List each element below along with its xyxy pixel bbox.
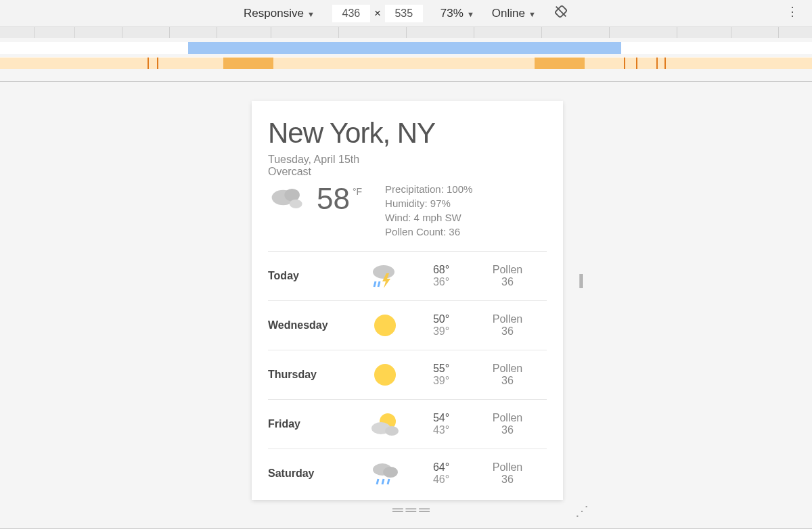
svg-point-4 [290,200,302,208]
device-toolbar: Responsive ▼ 436 × 535 73% ▼ Online ▼ ⋮ [0,0,812,27]
svg-line-17 [382,479,384,484]
high-temp: 64° [414,461,468,474]
svg-point-13 [385,426,399,436]
more-options-icon[interactable]: ⋮ [786,5,798,18]
location-title: New York, NY [268,117,547,150]
chevron-down-icon: ▼ [465,10,474,18]
chevron-down-icon: ▼ [305,10,315,18]
date-label: Tuesday, April 15th [268,154,547,166]
high-temp: 50° [414,313,468,325]
forecast-temps: 55°39° [414,363,468,387]
width-input[interactable]: 436 [332,5,370,22]
forecast-day: Saturday [268,467,356,480]
svg-line-18 [388,479,389,484]
breakpoint-bar[interactable] [0,57,812,69]
condition-label: Overcast [268,166,547,178]
ruler-bar [0,27,812,38]
svg-point-3 [284,189,300,202]
forecast-temps: 64°46° [414,461,468,486]
svg-point-9 [374,315,396,336]
low-temp: 39° [414,375,468,387]
low-temp: 43° [414,424,468,436]
forecast-row[interactable]: Today68°36°Pollen36 [268,251,547,300]
temp-unit: °F [353,186,362,197]
forecast-pollen: Pollen36 [468,461,547,486]
forecast-day: Today [268,270,356,282]
wind-label: Wind: 4 mph SW [385,210,472,225]
overcast-icon [268,182,309,216]
forecast-pollen: Pollen36 [468,264,547,288]
svg-line-16 [377,479,378,484]
forecast-list: Today68°36°Pollen36Wednesday50°39°Pollen… [268,251,547,498]
forecast-row[interactable]: Thursday55°39°Pollen36 [268,350,547,399]
selection-bar[interactable] [0,42,812,54]
weather-card: New York, NY Tuesday, April 15th Overcas… [252,101,563,500]
high-temp: 55° [414,363,468,375]
forecast-day: Thursday [268,369,356,381]
low-temp: 46° [414,474,468,486]
current-temp: 58 [317,182,350,216]
pollen-label: Pollen Count: 36 [385,225,472,239]
chevron-down-icon: ▼ [526,10,536,18]
resize-handle-bottom[interactable]: ═══ [392,501,432,519]
high-temp: 68° [414,264,468,276]
current-conditions: 58 °F Precipitation: 100% Humidity: 97% … [268,182,547,239]
forecast-row[interactable]: Saturday64°46°Pollen36 [268,448,547,498]
forecast-temps: 54°43° [414,412,468,436]
svg-line-8 [378,281,380,287]
forecast-pollen: Pollen36 [468,313,547,338]
forecast-day: Wednesday [268,319,356,331]
svg-point-15 [383,467,398,478]
humidity-label: Humidity: 97% [385,196,472,210]
svg-point-5 [373,265,394,279]
thunder-icon [356,262,414,290]
forecast-pollen: Pollen36 [468,412,547,436]
height-input[interactable]: 535 [385,5,423,22]
forecast-row[interactable]: Wednesday50°39°Pollen36 [268,300,547,350]
dimensions-times: × [374,7,381,20]
forecast-day: Friday [268,418,356,430]
device-viewport: New York, NY Tuesday, April 15th Overcas… [0,82,812,515]
forecast-temps: 68°36° [414,264,468,288]
forecast-pollen: Pollen36 [468,363,547,387]
low-temp: 39° [414,325,468,338]
rotate-icon[interactable] [554,4,568,22]
rain-icon [356,460,414,487]
sun-icon [356,361,414,388]
device-dropdown[interactable]: Responsive ▼ [244,7,315,20]
partly-icon [356,411,414,438]
svg-line-7 [374,281,376,287]
sun-icon [356,312,414,339]
resize-handle-right[interactable]: || [579,271,582,289]
forecast-temps: 50°39° [414,313,468,338]
resize-handle-corner[interactable]: ⋰ [575,503,589,519]
low-temp: 36° [414,276,468,288]
svg-point-10 [374,364,396,386]
stats-block: Precipitation: 100% Humidity: 97% Wind: … [385,182,472,239]
forecast-row[interactable]: Friday54°43°Pollen36 [268,399,547,448]
zoom-dropdown[interactable]: 73% ▼ [441,7,474,20]
network-dropdown[interactable]: Online ▼ [492,7,536,20]
precip-label: Precipitation: 100% [385,182,472,196]
high-temp: 54° [414,412,468,424]
